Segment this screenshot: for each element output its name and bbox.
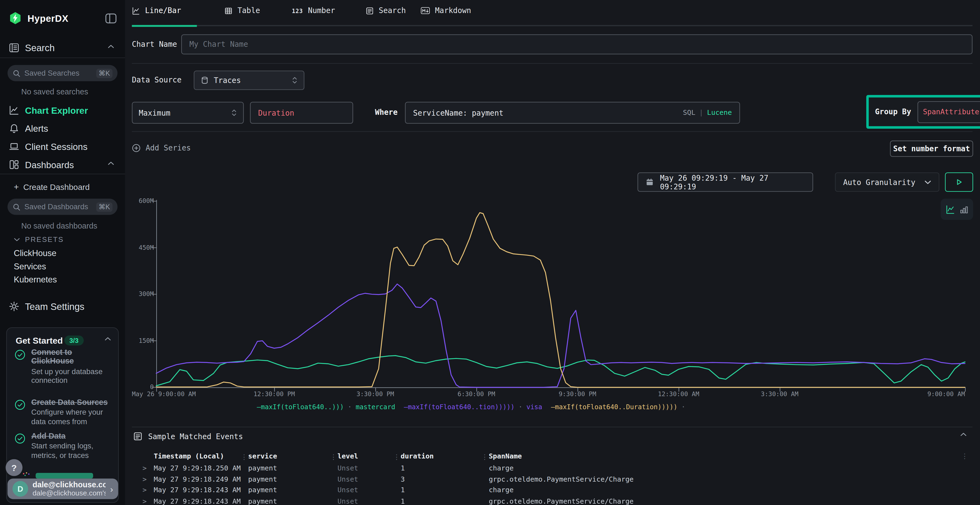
where-label: Where bbox=[375, 108, 398, 117]
bell-icon bbox=[9, 123, 19, 133]
create-dashboard-button[interactable]: + Create Dashboard bbox=[14, 182, 90, 192]
where-input[interactable]: ServiceName: payment SQL | Lucene bbox=[405, 102, 740, 124]
tab-markdown[interactable]: Markdown bbox=[421, 6, 471, 20]
table-cell[interactable]: Unset bbox=[337, 475, 358, 483]
tab-line-bar[interactable]: Line/Bar bbox=[132, 6, 181, 20]
sidebar-item-alerts[interactable]: Alerts bbox=[9, 123, 48, 133]
column-header-timestamp-local-[interactable]: Timestamp (Local) bbox=[154, 452, 224, 461]
chevron-down-icon bbox=[924, 179, 931, 184]
get-started-title: Get Started bbox=[16, 335, 63, 346]
granularity-value: Auto Granularity bbox=[843, 178, 924, 186]
row-expand-icon[interactable]: > bbox=[142, 497, 146, 505]
add-series-button[interactable]: Add Series bbox=[132, 144, 191, 152]
chart-name-input[interactable]: My Chart Name bbox=[181, 34, 973, 54]
sidebar-item-team-settings[interactable]: Team Settings bbox=[9, 301, 84, 312]
chevron-up-icon[interactable] bbox=[960, 432, 967, 437]
lucene-toggle[interactable]: Lucene bbox=[707, 108, 732, 117]
chevron-down-icon bbox=[14, 237, 20, 241]
table-cell[interactable]: 1 bbox=[401, 497, 405, 505]
table-cell[interactable]: 1 bbox=[401, 464, 405, 472]
group-by-input[interactable]: SpanAttributes['app.payment.card_type'] bbox=[917, 101, 980, 123]
sidebar-section-search[interactable]: Search bbox=[9, 43, 55, 53]
sql-toggle[interactable]: SQL bbox=[683, 108, 695, 117]
y-axis-tick-label: 450M bbox=[126, 244, 154, 252]
column-resize-handle[interactable]: ⋮ bbox=[481, 453, 488, 461]
sidebar-item-client-sessions[interactable]: Client Sessions bbox=[9, 141, 88, 152]
get-started-item[interactable]: Create Data SourcesConfigure where your … bbox=[14, 398, 113, 426]
granularity-select[interactable]: Auto Granularity bbox=[835, 173, 939, 192]
table-cell[interactable]: payment bbox=[248, 475, 277, 483]
table-cell[interactable]: payment bbox=[248, 464, 277, 472]
preset-kubernetes[interactable]: Kubernetes bbox=[14, 275, 57, 284]
legend-item[interactable]: —maxIf(toFloat640..Duration))))) · bbox=[551, 403, 686, 411]
data-source-select[interactable]: Traces bbox=[194, 70, 304, 90]
tab-search[interactable]: Search bbox=[366, 6, 406, 20]
legend-item[interactable]: —maxIf(toFloat640..tion))))) · visa bbox=[404, 403, 542, 411]
column-header-duration[interactable]: duration bbox=[401, 452, 434, 461]
chevron-up-icon[interactable] bbox=[108, 44, 115, 49]
presets-group[interactable]: PRESETS bbox=[14, 236, 64, 243]
sidebar-item-label: Chart Explorer bbox=[25, 105, 88, 115]
user-menu[interactable]: D dale@clickhouse.com dale@clickhouse.co… bbox=[8, 479, 118, 499]
sample-events-title: Sample Matched Events bbox=[148, 432, 243, 441]
table-cell[interactable]: 3 bbox=[401, 475, 405, 483]
saved-searches-input[interactable]: Saved Searches ⌘K bbox=[8, 65, 118, 81]
row-expand-icon[interactable]: > bbox=[142, 464, 146, 472]
saved-dashboards-input[interactable]: Saved Dashboards ⌘K bbox=[8, 199, 118, 215]
table-cell[interactable]: May 27 9:29:18.249 AM bbox=[154, 475, 241, 483]
get-started-item-title: Add Data bbox=[31, 432, 113, 440]
column-resize-handle[interactable]: ⋮ bbox=[241, 453, 247, 461]
sample-events-header[interactable]: Sample Matched Events bbox=[133, 432, 243, 441]
play-icon bbox=[956, 179, 962, 186]
get-started-item[interactable]: Connect to ClickHouseSet up your databas… bbox=[14, 348, 113, 385]
column-resize-handle[interactable]: ⋮ bbox=[393, 453, 400, 461]
chevron-up-icon[interactable] bbox=[104, 337, 111, 341]
table-cell[interactable]: charge bbox=[488, 464, 514, 472]
team-settings-label: Team Settings bbox=[25, 301, 84, 312]
table-cell[interactable]: payment bbox=[248, 497, 277, 505]
app-logo[interactable]: HyperDX bbox=[9, 11, 68, 25]
run-query-button[interactable] bbox=[945, 173, 973, 192]
row-expand-icon[interactable]: > bbox=[142, 486, 146, 494]
get-started-item[interactable]: Add DataStart sending logs, metrics, or … bbox=[14, 432, 113, 460]
table-cell[interactable]: May 27 9:29:18.243 AM bbox=[154, 486, 241, 494]
app-title: HyperDX bbox=[27, 13, 68, 24]
help-button[interactable]: ? bbox=[6, 459, 22, 476]
row-expand-icon[interactable]: > bbox=[142, 475, 146, 483]
collapse-sidebar-icon[interactable] bbox=[105, 13, 117, 24]
sidebar-item-chart-explorer[interactable]: Chart Explorer bbox=[9, 105, 88, 116]
date-range-picker[interactable]: May 26 09:29:19 - May 27 09:29:19 bbox=[638, 173, 813, 192]
table-cell[interactable]: Unset bbox=[337, 464, 358, 472]
field-input[interactable]: Duration bbox=[250, 102, 353, 124]
table-cell[interactable]: 1 bbox=[401, 486, 405, 494]
preset-clickhouse[interactable]: ClickHouse bbox=[14, 249, 57, 258]
user-email: dale@clickhouse.com bbox=[32, 480, 106, 489]
table-cell[interactable]: May 27 9:29:18.243 AM bbox=[154, 497, 241, 505]
table-cell[interactable]: payment bbox=[248, 486, 277, 494]
chevron-up-icon[interactable] bbox=[108, 161, 115, 165]
table-cell[interactable]: grpc.oteldemo.PaymentService/Charge bbox=[488, 497, 633, 505]
table-cell[interactable]: charge bbox=[488, 486, 514, 494]
legend-item[interactable]: —maxIf(toFloat640..))) · mastercard bbox=[257, 403, 395, 411]
column-resize-handle[interactable]: ⋮ bbox=[330, 453, 337, 461]
aggregation-select[interactable]: Maximum bbox=[132, 102, 243, 124]
sidebar-item-dashboards[interactable]: Dashboards bbox=[9, 159, 74, 170]
column-header-service[interactable]: service bbox=[248, 452, 277, 461]
sidebar-item-label: Alerts bbox=[25, 123, 48, 133]
date-range-value: May 26 09:29:19 - May 27 09:29:19 bbox=[660, 173, 805, 191]
table-cell[interactable]: May 27 9:29:18.250 AM bbox=[154, 464, 241, 472]
table-cell[interactable]: Unset bbox=[337, 497, 358, 505]
column-header-spanname[interactable]: SpanName bbox=[488, 452, 522, 461]
tab-number[interactable]: 123Number bbox=[292, 6, 335, 20]
column-header-level[interactable]: level bbox=[337, 452, 358, 461]
set-number-format-button[interactable]: Set number format bbox=[890, 141, 973, 157]
tab-table[interactable]: Table bbox=[224, 6, 260, 20]
preset-services[interactable]: Services bbox=[14, 262, 46, 271]
saved-searches-placeholder: Saved Searches bbox=[24, 69, 92, 78]
get-started-item-subtitle: Start sending logs, metrics, or traces bbox=[31, 442, 113, 460]
table-cell[interactable]: Unset bbox=[337, 486, 358, 494]
avatar: D bbox=[13, 481, 28, 497]
line-bar-icon bbox=[132, 6, 140, 15]
table-cell[interactable]: grpc.oteldemo.PaymentService/Charge bbox=[488, 475, 633, 483]
table-menu-icon[interactable]: ⋮ bbox=[961, 452, 968, 461]
